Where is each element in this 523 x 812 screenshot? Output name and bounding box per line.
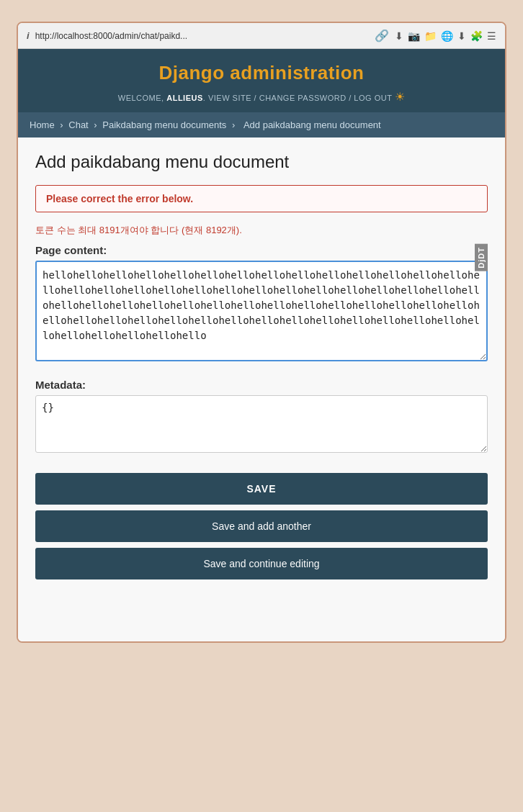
menu-icon[interactable]: ☰ <box>487 30 496 42</box>
save-add-another-button[interactable]: Save and add another <box>35 510 488 542</box>
breadcrumb-paikdabang[interactable]: Paikdabang menu documents <box>102 119 226 130</box>
globe-icon[interactable]: 🌐 <box>441 30 453 42</box>
link-icon: 🔗 <box>375 29 389 42</box>
error-box: Please correct the error below. <box>35 185 488 212</box>
browser-icons: ⬇ 📷 📁 🌐 ⬇ 🧩 ☰ <box>395 30 496 42</box>
admin-header: Django administration WELCOME, ALLIEUS. … <box>18 49 505 112</box>
admin-title: Django administration <box>32 62 491 84</box>
welcome-text: WELCOME, <box>118 94 164 102</box>
browser-bar: i http://localhost:8000/admin/chat/paikd… <box>18 23 505 49</box>
arrow-icon[interactable]: ⬇ <box>457 30 466 42</box>
breadcrumb-sep3: › <box>232 119 238 130</box>
djdt-badge[interactable]: DjDT <box>475 244 488 271</box>
info-icon: i <box>27 30 30 41</box>
error-message: Please correct the error below. <box>46 193 477 204</box>
breadcrumb-chat[interactable]: Chat <box>68 119 88 130</box>
folder-icon[interactable]: 📁 <box>424 30 437 42</box>
theme-icon[interactable]: ☀ <box>395 91 406 103</box>
admin-nav: WELCOME, ALLIEUS. VIEW SITE / CHANGE PAS… <box>32 90 491 104</box>
page-content-section: Page content: DjDT <box>35 244 488 364</box>
username: ALLIEUS <box>166 94 203 102</box>
browser-url: http://localhost:8000/admin/chat/paikd..… <box>35 31 369 41</box>
breadcrumb-sep1: › <box>60 119 66 130</box>
page-content-label: Page content: <box>35 244 488 256</box>
page-title: Add paikdabang menu document <box>35 152 488 172</box>
puzzle-icon[interactable]: 🧩 <box>470 30 483 42</box>
view-site-link[interactable]: VIEW SITE <box>208 94 251 102</box>
field-error: 토큰 수는 최대 8191개여야 합니다 (현재 8192개). <box>35 224 488 237</box>
save-button[interactable]: SAVE <box>35 473 488 505</box>
camera-icon[interactable]: 📷 <box>408 30 420 42</box>
metadata-label: Metadata: <box>35 379 488 391</box>
log-out-link[interactable]: LOG OUT <box>354 94 392 102</box>
save-continue-editing-button[interactable]: Save and continue editing <box>35 548 488 579</box>
browser-window: i http://localhost:8000/admin/chat/paikd… <box>17 22 506 643</box>
breadcrumb-sep2: › <box>94 119 99 130</box>
metadata-input[interactable] <box>35 395 488 453</box>
page-content-input[interactable] <box>35 261 488 361</box>
buttons-section: SAVE Save and add another Save and conti… <box>35 473 488 579</box>
breadcrumb: Home › Chat › Paikdabang menu documents … <box>18 112 505 137</box>
breadcrumb-current: Add paikdabang menu document <box>243 119 381 130</box>
change-password-link[interactable]: CHANGE PASSWORD <box>259 94 347 102</box>
content-area: Add paikdabang menu document Please corr… <box>18 137 505 641</box>
metadata-section: Metadata: <box>35 379 488 456</box>
breadcrumb-home[interactable]: Home <box>30 119 55 130</box>
download-icon[interactable]: ⬇ <box>395 30 403 42</box>
